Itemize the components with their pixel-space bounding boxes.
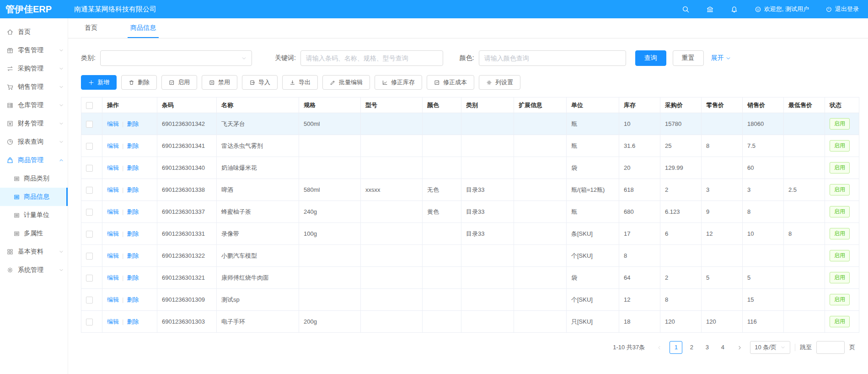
cell-stock: 64 — [619, 267, 660, 289]
edit-link[interactable]: 编辑 — [107, 230, 119, 237]
delete-link[interactable]: 删除 — [127, 296, 139, 303]
reset-button[interactable]: 重置 — [673, 50, 704, 66]
status-badge[interactable]: 启用 — [830, 228, 850, 239]
status-badge[interactable]: 启用 — [830, 206, 850, 217]
row-checkbox[interactable] — [86, 319, 93, 325]
cell-spec: 100g — [299, 223, 361, 245]
page-size-select[interactable]: 10 条/页 — [750, 341, 790, 354]
delete-link[interactable]: 删除 — [127, 186, 139, 193]
disable-button[interactable]: 禁用 — [202, 75, 237, 90]
row-checkbox[interactable] — [86, 253, 93, 260]
column-settings-button[interactable]: 列设置 — [479, 75, 520, 90]
welcome-user[interactable]: 欢迎您, 测试用户 — [755, 5, 809, 13]
delete-link[interactable]: 删除 — [127, 252, 139, 259]
edit-link[interactable]: 编辑 — [107, 208, 119, 215]
enable-button[interactable]: 启用 — [161, 75, 197, 90]
row-checkbox[interactable] — [86, 275, 93, 282]
bank-icon[interactable] — [706, 5, 714, 13]
prev-page-button[interactable] — [653, 341, 665, 353]
next-page-button[interactable] — [734, 341, 745, 353]
color-input[interactable] — [479, 50, 626, 66]
edit-link[interactable]: 编辑 — [107, 186, 119, 193]
sidebar-subitem-7-3[interactable]: 多属性 — [0, 224, 68, 243]
page-number-1[interactable]: 1 — [670, 341, 682, 354]
status-badge[interactable]: 启用 — [830, 294, 850, 305]
sidebar-subitem-7-1[interactable]: 商品信息 — [0, 188, 68, 206]
cell-color — [423, 223, 461, 245]
row-checkbox[interactable] — [86, 187, 93, 194]
delete-link[interactable]: 删除 — [127, 230, 139, 237]
row-checkbox[interactable] — [86, 121, 93, 128]
status-badge[interactable]: 启用 — [830, 272, 850, 283]
add-button[interactable]: 新增 — [81, 75, 117, 90]
sidebar-item-4[interactable]: 仓库管理 — [0, 96, 68, 114]
batch-edit-button[interactable]: 批量编辑 — [322, 75, 370, 90]
category-select[interactable] — [100, 50, 252, 66]
tab-home[interactable]: 首页 — [82, 19, 100, 38]
sidebar-item-3[interactable]: 销售管理 — [0, 78, 68, 96]
delete-button[interactable]: 删除 — [121, 75, 157, 90]
delete-link[interactable]: 删除 — [127, 318, 139, 325]
sidebar-item-8[interactable]: 基本资料 — [0, 243, 68, 261]
status-badge[interactable]: 启用 — [830, 250, 850, 261]
bell-icon[interactable] — [730, 5, 738, 13]
sidebar-item-6[interactable]: 报表查询 — [0, 133, 68, 151]
sidebar-item-9[interactable]: 系统管理 — [0, 261, 68, 279]
search-icon[interactable] — [682, 5, 690, 13]
row-actions: 编辑|删除 — [102, 245, 157, 267]
page-number-2[interactable]: 2 — [685, 341, 698, 354]
sidebar-item-label: 系统管理 — [18, 266, 43, 274]
fix-stock-button[interactable]: 修正库存 — [375, 75, 422, 90]
row-checkbox[interactable] — [86, 297, 93, 304]
action-toolbar: 新增删除启用禁用导入导出批量编辑修正库存修正成本列设置 — [81, 75, 855, 90]
edit-link[interactable]: 编辑 — [107, 252, 119, 259]
row-checkbox[interactable] — [86, 143, 93, 150]
cell-color: 黄色 — [423, 201, 461, 223]
edit-link[interactable]: 编辑 — [107, 296, 119, 303]
delete-link[interactable]: 删除 — [127, 164, 139, 171]
row-checkbox[interactable] — [86, 231, 93, 238]
sidebar-item-2[interactable]: 采购管理 — [0, 60, 68, 78]
status-badge[interactable]: 启用 — [830, 140, 850, 152]
delete-link[interactable]: 删除 — [127, 274, 139, 281]
status-badge[interactable]: 启用 — [830, 316, 850, 327]
cell-name: 蜂蜜柚子茶 — [217, 201, 299, 223]
page-number-4[interactable]: 4 — [716, 341, 729, 354]
export-button[interactable]: 导出 — [282, 75, 318, 90]
status-badge[interactable]: 启用 — [830, 118, 850, 130]
search-button[interactable]: 查询 — [635, 50, 666, 66]
cell-spec: 200g — [299, 311, 361, 333]
edit-link[interactable]: 编辑 — [107, 274, 119, 281]
delete-link[interactable]: 删除 — [127, 142, 139, 149]
sidebar-item-5[interactable]: 财务管理 — [0, 114, 68, 133]
keyword-input[interactable] — [300, 50, 443, 66]
sidebar-subitem-7-2[interactable]: 计量单位 — [0, 206, 68, 224]
logout-button[interactable]: 退出登录 — [825, 5, 859, 13]
status-badge[interactable]: 启用 — [830, 162, 850, 173]
import-button[interactable]: 导入 — [242, 75, 278, 90]
edit-link[interactable]: 编辑 — [107, 120, 119, 127]
select-all-checkbox[interactable] — [86, 102, 93, 109]
sidebar-item-1[interactable]: 零售管理 — [0, 41, 68, 60]
delete-link[interactable]: 删除 — [127, 208, 139, 215]
tab-product-info[interactable]: 商品信息 — [128, 19, 159, 38]
sidebar-item-0[interactable]: 首页 — [0, 23, 68, 41]
sidebar-subitem-7-0[interactable]: 商品类别 — [0, 169, 68, 188]
cell-model — [361, 311, 423, 333]
color-filter-label: 颜色: — [460, 54, 474, 62]
status-badge[interactable]: 启用 — [830, 184, 850, 195]
content: 类别: 关键词: 颜色: 查询 重置 展开 新增删除启用禁用导入导出批量编辑修正… — [68, 50, 868, 372]
fix-cost-button[interactable]: 修正成本 — [427, 75, 474, 90]
list-icon — [13, 212, 20, 219]
edit-link[interactable]: 编辑 — [107, 318, 119, 325]
delete-link[interactable]: 删除 — [127, 120, 139, 127]
sidebar-item-7[interactable]: 商品管理 — [0, 151, 68, 169]
edit-link[interactable]: 编辑 — [107, 142, 119, 149]
expand-toggle[interactable]: 展开 — [711, 54, 731, 62]
jump-page-input[interactable] — [816, 341, 845, 354]
page-number-3[interactable]: 3 — [701, 341, 713, 354]
row-checkbox[interactable] — [86, 165, 93, 172]
row-checkbox[interactable] — [86, 209, 93, 216]
cell-barcode: 6901236301338 — [157, 179, 217, 201]
edit-link[interactable]: 编辑 — [107, 164, 119, 171]
